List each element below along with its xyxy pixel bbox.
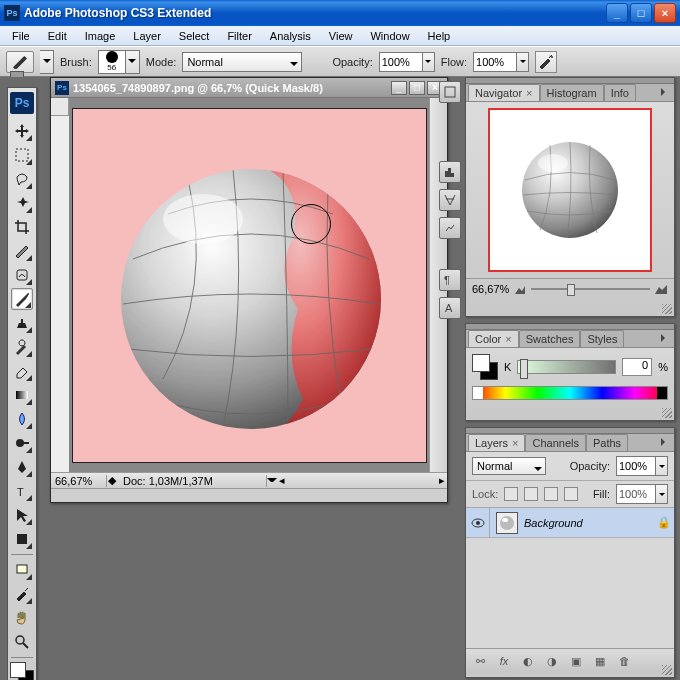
healing-brush-tool[interactable] [11,264,33,286]
dock-button-6[interactable]: A [439,297,461,319]
dock-button-4[interactable] [439,217,461,239]
brush-picker-dropdown[interactable] [126,50,140,74]
color-swatch[interactable] [10,662,34,680]
fill-dropdown[interactable] [656,484,668,504]
maximize-button[interactable]: □ [630,3,652,23]
tab-channels[interactable]: Channels [525,434,585,451]
tab-color[interactable]: Color× [468,330,519,347]
resize-grip-icon[interactable] [662,304,672,314]
canvas-area[interactable] [69,98,429,472]
toolbox-grip[interactable] [10,71,24,77]
navigator-zoom[interactable]: 66,67% [472,283,509,295]
menu-edit[interactable]: Edit [42,28,73,44]
flow-field[interactable]: 100% [473,52,517,72]
status-menu-icon[interactable]: ◆ [107,474,117,487]
k-value-field[interactable]: 0 [622,358,652,376]
opacity-field[interactable]: 100% [379,52,423,72]
lasso-tool[interactable] [11,168,33,190]
dock-button-2[interactable] [439,161,461,183]
new-group-button[interactable]: ▣ [566,652,586,670]
doc-info[interactable]: Doc: 1,03M/1,37M [117,475,267,487]
dock-button-3[interactable] [439,189,461,211]
pen-tool[interactable] [11,456,33,478]
marquee-tool[interactable] [11,144,33,166]
menu-analysis[interactable]: Analysis [264,28,317,44]
tab-histogram[interactable]: Histogram [540,84,604,101]
history-brush-tool[interactable] [11,336,33,358]
close-tab-icon[interactable]: × [512,437,518,449]
blur-tool[interactable] [11,408,33,430]
menu-layer[interactable]: Layer [127,28,167,44]
tab-paths[interactable]: Paths [586,434,628,451]
path-selection-tool[interactable] [11,504,33,526]
layer-fx-button[interactable]: fx [494,652,514,670]
menu-view[interactable]: View [323,28,359,44]
visibility-toggle[interactable] [466,508,490,538]
eraser-tool[interactable] [11,360,33,382]
move-tool[interactable] [11,120,33,142]
doc-maximize-button[interactable]: □ [409,81,425,95]
add-mask-button[interactable]: ◐ [518,652,538,670]
zoom-out-icon[interactable] [513,283,527,295]
tab-layers[interactable]: Layers× [468,434,525,451]
zoom-tool[interactable] [11,631,33,653]
tab-styles[interactable]: Styles [580,330,624,347]
panel-menu-icon[interactable] [658,86,672,98]
foreground-color-swatch[interactable] [10,662,26,678]
tool-preset-dropdown[interactable] [40,50,54,74]
zoom-field[interactable]: 66,67% [51,475,107,487]
adjustment-layer-button[interactable]: ◑ [542,652,562,670]
menu-file[interactable]: File [6,28,36,44]
resize-grip-icon[interactable] [662,408,672,418]
layer-thumbnail[interactable] [496,512,518,534]
lock-all-icon[interactable] [564,487,578,501]
layer-blend-select[interactable]: Normal [472,457,546,475]
minimize-button[interactable]: _ [606,3,628,23]
link-layers-button[interactable]: ⚯ [470,652,490,670]
document-titlebar[interactable]: Ps 1354065_74890897.png @ 66,7% (Quick M… [51,78,447,98]
layer-opacity-field[interactable]: 100% [616,456,656,476]
eyedropper-tool[interactable] [11,583,33,605]
lock-position-icon[interactable] [544,487,558,501]
fill-field[interactable]: 100% [616,484,656,504]
panel-menu-icon[interactable] [658,332,672,344]
brush-preview[interactable]: 56 [98,50,126,74]
flow-dropdown[interactable] [517,52,529,72]
opacity-dropdown[interactable] [423,52,435,72]
dock-button-5[interactable]: ¶ [439,269,461,291]
close-button[interactable]: × [654,3,676,23]
resize-grip-icon[interactable] [662,665,672,675]
tab-info[interactable]: Info [604,84,636,101]
layer-name[interactable]: Background [524,517,654,529]
hand-tool[interactable] [11,607,33,629]
dock-button-1[interactable] [439,81,461,103]
zoom-in-icon[interactable] [654,283,668,295]
panel-menu-icon[interactable] [658,436,672,448]
zoom-slider[interactable] [531,284,650,294]
blend-mode-select[interactable]: Normal [182,52,302,72]
current-tool-indicator[interactable] [6,51,34,73]
lock-pixels-icon[interactable] [524,487,538,501]
color-spectrum[interactable] [472,386,668,400]
magic-wand-tool[interactable] [11,192,33,214]
k-slider[interactable] [517,360,616,374]
type-tool[interactable]: T [11,480,33,502]
fg-swatch[interactable] [472,354,490,372]
menu-filter[interactable]: Filter [221,28,257,44]
menu-help[interactable]: Help [422,28,457,44]
color-panel-swatch[interactable] [472,354,498,380]
layer-opacity-dropdown[interactable] [656,456,668,476]
menu-image[interactable]: Image [79,28,122,44]
brush-tool[interactable] [11,288,33,310]
menu-window[interactable]: Window [364,28,415,44]
airbrush-toggle[interactable] [535,51,557,73]
dodge-tool[interactable] [11,432,33,454]
layer-row[interactable]: Background 🔒 [466,508,674,538]
close-tab-icon[interactable]: × [505,333,511,345]
doc-info-dropdown[interactable] [267,475,277,486]
menu-select[interactable]: Select [173,28,216,44]
new-layer-button[interactable]: ▦ [590,652,610,670]
close-tab-icon[interactable]: × [526,87,532,99]
doc-minimize-button[interactable]: _ [391,81,407,95]
tab-navigator[interactable]: Navigator× [468,84,540,101]
